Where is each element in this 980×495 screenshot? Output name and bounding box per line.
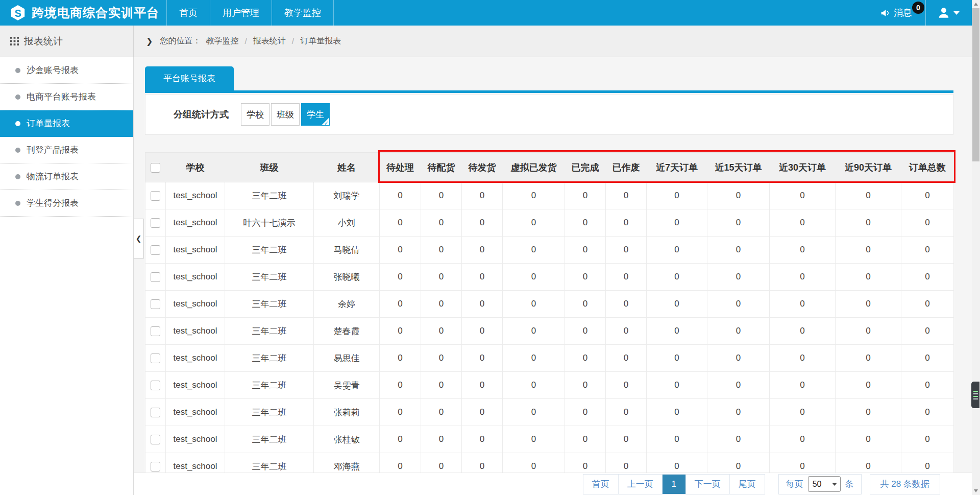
cell-value: 0: [901, 399, 954, 426]
cell-value: 0: [707, 345, 770, 372]
column-header: 待配货: [421, 153, 462, 182]
cell-school: test_school: [166, 372, 225, 399]
cell-value: 0: [503, 291, 565, 318]
column-header: 近30天订单: [770, 153, 836, 182]
per-page-select[interactable]: 50: [808, 476, 841, 492]
row-checkbox[interactable]: [151, 435, 160, 444]
nav-item[interactable]: 教学监控: [272, 0, 334, 26]
scroll-down-button[interactable]: [972, 487, 980, 495]
page-last-button[interactable]: 尾页: [729, 475, 765, 494]
sidebar-collapse-button[interactable]: ❮: [134, 219, 144, 258]
filter-options: 学校 班级 学生: [241, 103, 330, 126]
cell-value: 0: [770, 209, 836, 237]
cell-name: 小刘: [314, 209, 380, 237]
column-header: 班级: [225, 153, 314, 182]
message-label: 消息: [894, 7, 912, 19]
cell-value: 0: [462, 372, 503, 399]
cell-name: 张莉莉: [314, 399, 380, 426]
row-checkbox[interactable]: [151, 299, 160, 309]
cell-value: 0: [421, 182, 462, 209]
breadcrumb-separator: /: [292, 37, 294, 46]
row-checkbox[interactable]: [151, 272, 160, 282]
user-menu[interactable]: [926, 0, 972, 26]
cell-value: 0: [565, 345, 606, 372]
cell-value: 0: [606, 426, 647, 453]
breadcrumb-item[interactable]: 教学监控: [206, 36, 238, 46]
grid-icon: [10, 37, 19, 45]
table-row: test_school 三年二班 马晓倩 00000000000: [145, 237, 954, 264]
browser-extension-widget[interactable]: [971, 382, 979, 408]
table-row: test_school 三年二班 张晓曦 00000000000: [145, 264, 954, 291]
breadcrumb-item[interactable]: / 订单量报表: [286, 36, 341, 46]
sidebar-item[interactable]: 电商平台账号报表: [0, 84, 133, 110]
nav-item[interactable]: 用户管理: [210, 0, 272, 26]
content-area: 平台账号报表 分组统计方式 学校 班级 学生: [134, 57, 972, 495]
brand[interactable]: S 跨境电商综合实训平台: [0, 0, 159, 26]
nav-item[interactable]: 首页: [166, 0, 210, 26]
cell-checkbox: [145, 399, 166, 426]
speaker-icon: [880, 8, 891, 18]
cell-value: 0: [836, 345, 901, 372]
cell-checkbox: [145, 237, 166, 264]
cell-value: 0: [462, 209, 503, 237]
cell-value: 0: [503, 426, 565, 453]
cell-school: test_school: [166, 209, 225, 237]
tab-platform-report[interactable]: 平台账号报表: [145, 66, 234, 90]
cell-value: 0: [421, 372, 462, 399]
cell-value: 0: [503, 237, 565, 264]
row-checkbox[interactable]: [151, 218, 160, 228]
sidebar-item[interactable]: 物流订单报表: [0, 163, 133, 190]
breadcrumb-item[interactable]: / 报表统计: [238, 36, 285, 46]
cell-value: 0: [707, 372, 770, 399]
cell-school: test_school: [166, 318, 225, 345]
page-prev-button[interactable]: 上一页: [618, 475, 662, 494]
cell-value: 0: [565, 264, 606, 291]
scroll-up-button[interactable]: [972, 0, 980, 8]
row-checkbox[interactable]: [151, 381, 160, 390]
filter-option-button[interactable]: 学校: [241, 103, 270, 126]
message-button[interactable]: 消息 0: [875, 0, 925, 26]
row-checkbox[interactable]: [151, 353, 160, 363]
page-next-button[interactable]: 下一页: [685, 475, 729, 494]
cell-value: 0: [606, 372, 647, 399]
cell-value: 0: [565, 318, 606, 345]
sidebar-item[interactable]: 订单量报表: [0, 110, 133, 137]
cell-class: 三年二班: [225, 426, 314, 453]
scrollbar-thumb[interactable]: [972, 8, 979, 161]
row-checkbox[interactable]: [151, 191, 160, 201]
row-checkbox[interactable]: [151, 462, 160, 472]
total-count-box: 共 28 条数据: [870, 474, 940, 494]
cell-value: 0: [421, 209, 462, 237]
select-all-checkbox[interactable]: [151, 163, 160, 173]
scrollbar-track[interactable]: [972, 0, 980, 495]
cell-value: 0: [421, 426, 462, 453]
row-checkbox[interactable]: [151, 245, 160, 255]
cell-class: 三年二班: [225, 264, 314, 291]
page-first-button[interactable]: 首页: [583, 475, 618, 494]
sidebar-item-label: 订单量报表: [27, 117, 70, 129]
page-number-button-current[interactable]: 1: [662, 475, 685, 494]
cell-school: test_school: [166, 426, 225, 453]
cell-value: 0: [836, 209, 901, 237]
cell-value: 0: [647, 182, 707, 209]
row-checkbox[interactable]: [151, 326, 160, 336]
filter-option-label: 学校: [247, 109, 264, 121]
nav-item-label: 用户管理: [223, 7, 259, 19]
cell-value: 0: [380, 426, 421, 453]
cell-checkbox: [145, 182, 166, 209]
filter-option-button[interactable]: 学生: [301, 103, 330, 126]
nav-item-label: 教学监控: [284, 7, 321, 19]
sidebar-item[interactable]: 沙盒账号报表: [0, 57, 133, 84]
table-row: test_school 三年二班 易思佳 00000000000: [145, 345, 954, 372]
bullet-icon: [15, 148, 20, 153]
cell-value: 0: [380, 264, 421, 291]
cell-school: test_school: [166, 182, 225, 209]
cell-value: 0: [901, 264, 954, 291]
cell-school: test_school: [166, 291, 225, 318]
sidebar-item[interactable]: 刊登产品报表: [0, 137, 133, 163]
sidebar-item[interactable]: 学生得分报表: [0, 190, 133, 217]
filter-option-button[interactable]: 班级: [271, 103, 300, 126]
cell-value: 0: [707, 291, 770, 318]
row-checkbox[interactable]: [151, 408, 160, 417]
pager-buttons: 首页 上一页 1 下一页 尾页: [583, 474, 765, 494]
